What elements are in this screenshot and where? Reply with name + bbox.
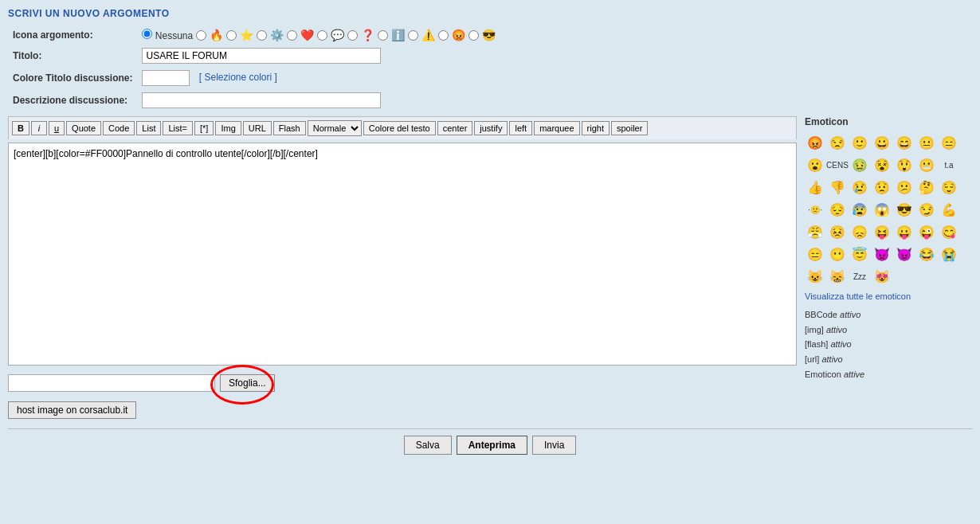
url-button[interactable]: URL: [243, 121, 272, 135]
desc-input[interactable]: [142, 92, 381, 108]
icon-emoji-2: ⭐: [240, 29, 253, 41]
emoticon-30[interactable]: 😣: [827, 221, 848, 242]
italic-button[interactable]: i: [31, 121, 47, 135]
emoticon-26[interactable]: 😎: [894, 199, 915, 220]
emoticon-39[interactable]: 👿: [872, 244, 892, 264]
emoticon-31[interactable]: 😞: [849, 221, 870, 242]
emoticon-34[interactable]: 😜: [916, 221, 937, 242]
emoticon-23[interactable]: 😔: [827, 199, 848, 220]
quote-button[interactable]: Quote: [66, 121, 101, 135]
emoticon-17[interactable]: 😢: [849, 177, 870, 197]
icon-radio-5[interactable]: [317, 30, 327, 41]
preview-button[interactable]: Anteprima: [457, 436, 527, 455]
icon-radio-6[interactable]: [347, 30, 358, 41]
emoticon-19[interactable]: 😕: [894, 177, 915, 197]
color-preview-box[interactable]: [142, 70, 190, 86]
url-label: [url]: [805, 354, 819, 364]
color-selection-link[interactable]: [ Selezione colori ]: [199, 72, 277, 83]
title-row: Titolo:: [8, 45, 972, 67]
color-text-button[interactable]: Colore del testo: [363, 121, 436, 135]
icon-radio-nessuna[interactable]: Nessuna: [142, 29, 193, 41]
img-button[interactable]: Img: [215, 121, 241, 135]
right-button[interactable]: right: [582, 121, 610, 135]
emoticon-35[interactable]: 😋: [939, 221, 959, 242]
justify-button[interactable]: justify: [474, 121, 508, 135]
emoticon-25[interactable]: 😱: [872, 199, 892, 220]
emoticon-16[interactable]: 👎: [827, 177, 848, 197]
view-all-emoticons-link[interactable]: Visualizza tutte le emoticon: [805, 291, 972, 301]
left-button[interactable]: left: [509, 121, 532, 135]
submit-button[interactable]: Invia: [532, 436, 576, 455]
sfoglia-button[interactable]: Sfoglia...: [220, 374, 275, 392]
icon-emoji-6: ❓: [361, 29, 374, 41]
marquee-button[interactable]: marquee: [534, 121, 579, 135]
main-area: B i u Quote Code List List= [*] Img URL …: [8, 116, 972, 419]
emoticon-38[interactable]: 😇: [849, 244, 870, 264]
emoticon-9[interactable]: CENS: [827, 154, 848, 175]
emoticon-6[interactable]: 😐: [916, 132, 937, 153]
emoticon-14[interactable]: t.a: [939, 154, 959, 175]
emoticon-28[interactable]: 💪: [939, 199, 959, 220]
emoticon-45[interactable]: Zzz: [849, 266, 870, 287]
editor-textarea[interactable]: [center][b][color=#FF0000]Pannello di co…: [8, 143, 797, 366]
emoticon-1[interactable]: 😡: [805, 132, 825, 153]
emoticon-27[interactable]: 😏: [916, 199, 937, 220]
bold-button[interactable]: B: [12, 121, 29, 135]
spoiler-button[interactable]: spoiler: [611, 121, 648, 135]
emoticon-18[interactable]: 😟: [872, 177, 892, 197]
emoticon-24[interactable]: 😰: [849, 199, 870, 220]
emoticon-37[interactable]: 😶: [827, 244, 848, 264]
icon-emoji-7: ℹ️: [391, 29, 405, 41]
host-row: host image on corsaclub.it: [8, 397, 797, 419]
size-select[interactable]: Normale H1 H2 H3: [308, 120, 362, 136]
file-path-input[interactable]: [8, 374, 215, 392]
emoticon-44[interactable]: 😸: [827, 266, 848, 287]
emoticon-7[interactable]: 😑: [939, 132, 959, 153]
icon-emoji-4: ❤️: [300, 29, 314, 41]
emoticon-21[interactable]: 😌: [939, 177, 959, 197]
emoticon-11[interactable]: 😵: [872, 154, 892, 175]
emoticon-2[interactable]: 😒: [827, 132, 848, 153]
emoticon-33[interactable]: 😛: [894, 221, 915, 242]
emoticon-32[interactable]: 😝: [872, 221, 892, 242]
icon-radio-input-nessuna[interactable]: [142, 29, 152, 39]
title-input[interactable]: [142, 48, 381, 64]
emoticon-10[interactable]: 🤢: [849, 154, 870, 175]
emoticon-8[interactable]: 😮: [805, 154, 825, 175]
emoticon-43[interactable]: 😺: [805, 266, 825, 287]
code-button[interactable]: Code: [103, 121, 135, 135]
emoticon-12[interactable]: 😲: [894, 154, 915, 175]
emoticon-15[interactable]: 👍: [805, 177, 825, 197]
icon-radio-1[interactable]: [196, 30, 206, 41]
listitem-button[interactable]: [*]: [194, 121, 214, 135]
emoticon-5[interactable]: 😄: [894, 132, 915, 153]
icon-radio-2[interactable]: [226, 30, 237, 41]
color-row: Colore Titolo discussione: [ Selezione c…: [8, 67, 972, 89]
host-image-button[interactable]: host image on corsaclub.it: [8, 401, 136, 419]
emoticon-22[interactable]: ·🙁·: [805, 199, 825, 220]
emoticon-41[interactable]: 😂: [916, 244, 937, 264]
emoticon-46[interactable]: 😻: [872, 266, 892, 287]
flash-button[interactable]: Flash: [273, 121, 306, 135]
icon-radio-10[interactable]: [468, 30, 479, 41]
emoticon-36[interactable]: 😑: [805, 244, 825, 264]
emoticon-13[interactable]: 😬: [916, 154, 937, 175]
icon-radio-8[interactable]: [408, 30, 418, 41]
file-row: Sfoglia...: [8, 374, 797, 392]
emoticon-20[interactable]: 🤔: [916, 177, 937, 197]
icon-emoji-1: 🔥: [210, 29, 223, 41]
emoticon-40[interactable]: 😈: [894, 244, 915, 264]
emoticon-29[interactable]: 😤: [805, 221, 825, 242]
icon-radio-7[interactable]: [378, 30, 388, 41]
emoticon-3[interactable]: 🙂: [849, 132, 870, 153]
save-button[interactable]: Salva: [404, 436, 452, 455]
list-eq-button[interactable]: List=: [163, 121, 193, 135]
list-button[interactable]: List: [136, 121, 161, 135]
emoticon-4[interactable]: 😀: [872, 132, 892, 153]
icon-radio-3[interactable]: [257, 30, 267, 41]
emoticon-42[interactable]: 😭: [939, 244, 959, 264]
center-button[interactable]: center: [437, 121, 473, 135]
underline-button[interactable]: u: [49, 121, 65, 135]
icon-radio-9[interactable]: [438, 30, 449, 41]
icon-radio-4[interactable]: [287, 30, 297, 41]
